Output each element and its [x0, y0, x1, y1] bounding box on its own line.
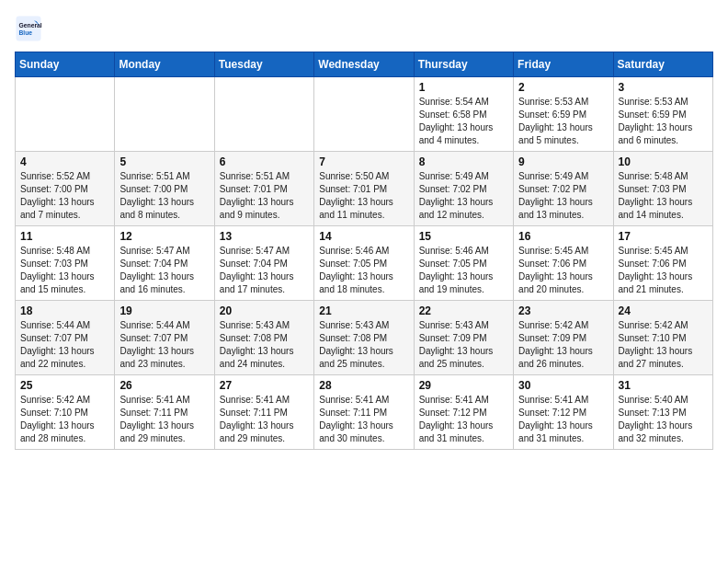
- day-number: 23: [518, 304, 608, 317]
- svg-text:General: General: [19, 22, 42, 29]
- calendar-day-cell: 10Sunrise: 5:48 AM Sunset: 7:03 PM Dayli…: [613, 152, 712, 226]
- day-number: 16: [518, 230, 608, 243]
- calendar-day-cell: 26Sunrise: 5:41 AM Sunset: 7:11 PM Dayli…: [115, 375, 214, 450]
- calendar-day-cell: 31Sunrise: 5:40 AM Sunset: 7:13 PM Dayli…: [613, 375, 712, 450]
- day-info: Sunrise: 5:42 AM Sunset: 7:09 PM Dayligh…: [518, 319, 608, 371]
- day-number: 15: [419, 230, 508, 243]
- day-number: 8: [419, 155, 508, 168]
- day-number: 6: [220, 155, 309, 168]
- svg-rect-0: [17, 17, 41, 41]
- day-number: 30: [518, 379, 608, 392]
- calendar-day-cell: 9Sunrise: 5:49 AM Sunset: 7:02 PM Daylig…: [514, 152, 613, 226]
- day-info: Sunrise: 5:48 AM Sunset: 7:03 PM Dayligh…: [20, 245, 109, 296]
- calendar-day-cell: 12Sunrise: 5:47 AM Sunset: 7:04 PM Dayli…: [115, 226, 214, 301]
- day-number: 25: [20, 379, 109, 392]
- calendar-day-cell: 6Sunrise: 5:51 AM Sunset: 7:01 PM Daylig…: [214, 152, 313, 226]
- calendar-day-cell: 23Sunrise: 5:42 AM Sunset: 7:09 PM Dayli…: [514, 301, 613, 375]
- day-number: 1: [419, 81, 508, 94]
- day-info: Sunrise: 5:43 AM Sunset: 7:09 PM Dayligh…: [419, 319, 508, 371]
- day-info: Sunrise: 5:46 AM Sunset: 7:05 PM Dayligh…: [419, 245, 508, 296]
- day-info: Sunrise: 5:52 AM Sunset: 7:00 PM Dayligh…: [20, 170, 109, 222]
- day-number: 4: [20, 155, 109, 168]
- calendar-day-cell: [16, 77, 115, 152]
- day-number: 12: [119, 230, 209, 243]
- calendar-day-cell: 18Sunrise: 5:44 AM Sunset: 7:07 PM Dayli…: [16, 301, 115, 375]
- calendar-day-cell: [214, 77, 313, 152]
- calendar-week-row: 25Sunrise: 5:42 AM Sunset: 7:10 PM Dayli…: [16, 375, 713, 450]
- calendar-day-header: Saturday: [613, 52, 712, 77]
- day-info: Sunrise: 5:42 AM Sunset: 7:10 PM Dayligh…: [20, 394, 109, 445]
- day-info: Sunrise: 5:50 AM Sunset: 7:01 PM Dayligh…: [319, 170, 408, 222]
- day-number: 27: [220, 379, 309, 392]
- day-number: 29: [419, 379, 508, 392]
- calendar-day-cell: 15Sunrise: 5:46 AM Sunset: 7:05 PM Dayli…: [414, 226, 513, 301]
- calendar-day-cell: 1Sunrise: 5:54 AM Sunset: 6:58 PM Daylig…: [414, 77, 513, 152]
- calendar-day-cell: 16Sunrise: 5:45 AM Sunset: 7:06 PM Dayli…: [514, 226, 613, 301]
- day-number: 10: [619, 155, 708, 168]
- day-number: 31: [619, 379, 708, 392]
- day-info: Sunrise: 5:51 AM Sunset: 7:00 PM Dayligh…: [119, 170, 209, 222]
- day-info: Sunrise: 5:44 AM Sunset: 7:07 PM Dayligh…: [20, 319, 109, 371]
- calendar-day-header: Thursday: [414, 52, 513, 77]
- calendar-day-cell: 2Sunrise: 5:53 AM Sunset: 6:59 PM Daylig…: [514, 77, 613, 152]
- day-info: Sunrise: 5:48 AM Sunset: 7:03 PM Dayligh…: [619, 170, 708, 222]
- calendar-day-header: Tuesday: [214, 52, 313, 77]
- calendar-day-cell: 19Sunrise: 5:44 AM Sunset: 7:07 PM Dayli…: [115, 301, 214, 375]
- calendar-day-cell: 7Sunrise: 5:50 AM Sunset: 7:01 PM Daylig…: [314, 152, 414, 226]
- day-info: Sunrise: 5:44 AM Sunset: 7:07 PM Dayligh…: [119, 319, 209, 371]
- calendar-body: 1Sunrise: 5:54 AM Sunset: 6:58 PM Daylig…: [16, 77, 713, 450]
- day-number: 5: [119, 155, 209, 168]
- calendar-day-cell: 29Sunrise: 5:41 AM Sunset: 7:12 PM Dayli…: [414, 375, 513, 450]
- day-info: Sunrise: 5:41 AM Sunset: 7:11 PM Dayligh…: [220, 394, 309, 445]
- day-number: 28: [319, 379, 408, 392]
- calendar-day-cell: 27Sunrise: 5:41 AM Sunset: 7:11 PM Dayli…: [214, 375, 313, 450]
- day-info: Sunrise: 5:45 AM Sunset: 7:06 PM Dayligh…: [518, 245, 608, 296]
- calendar-table: SundayMondayTuesdayWednesdayThursdayFrid…: [15, 52, 713, 450]
- day-info: Sunrise: 5:41 AM Sunset: 7:11 PM Dayligh…: [319, 394, 408, 445]
- day-info: Sunrise: 5:53 AM Sunset: 6:59 PM Dayligh…: [619, 96, 708, 147]
- day-info: Sunrise: 5:43 AM Sunset: 7:08 PM Dayligh…: [319, 319, 408, 371]
- calendar-week-row: 1Sunrise: 5:54 AM Sunset: 6:58 PM Daylig…: [16, 77, 713, 152]
- calendar-day-cell: 28Sunrise: 5:41 AM Sunset: 7:11 PM Dayli…: [314, 375, 414, 450]
- calendar-day-cell: 21Sunrise: 5:43 AM Sunset: 7:08 PM Dayli…: [314, 301, 414, 375]
- day-number: 18: [20, 304, 109, 317]
- logo-icon: General Blue: [15, 15, 42, 42]
- calendar-day-cell: 8Sunrise: 5:49 AM Sunset: 7:02 PM Daylig…: [414, 152, 513, 226]
- day-info: Sunrise: 5:47 AM Sunset: 7:04 PM Dayligh…: [220, 245, 309, 296]
- calendar-day-cell: 4Sunrise: 5:52 AM Sunset: 7:00 PM Daylig…: [16, 152, 115, 226]
- day-number: 14: [319, 230, 408, 243]
- day-number: 2: [518, 81, 608, 94]
- day-info: Sunrise: 5:41 AM Sunset: 7:12 PM Dayligh…: [419, 394, 508, 445]
- day-number: 13: [220, 230, 309, 243]
- day-info: Sunrise: 5:42 AM Sunset: 7:10 PM Dayligh…: [619, 319, 708, 371]
- page-header: General Blue: [15, 15, 713, 42]
- day-info: Sunrise: 5:54 AM Sunset: 6:58 PM Dayligh…: [419, 96, 508, 147]
- day-number: 21: [319, 304, 408, 317]
- day-info: Sunrise: 5:40 AM Sunset: 7:13 PM Dayligh…: [619, 394, 708, 445]
- calendar-day-header: Friday: [514, 52, 613, 77]
- calendar-header-row: SundayMondayTuesdayWednesdayThursdayFrid…: [16, 52, 713, 77]
- day-info: Sunrise: 5:41 AM Sunset: 7:12 PM Dayligh…: [518, 394, 608, 445]
- day-info: Sunrise: 5:43 AM Sunset: 7:08 PM Dayligh…: [220, 319, 309, 371]
- day-info: Sunrise: 5:53 AM Sunset: 6:59 PM Dayligh…: [518, 96, 608, 147]
- day-number: 11: [20, 230, 109, 243]
- day-info: Sunrise: 5:41 AM Sunset: 7:11 PM Dayligh…: [119, 394, 209, 445]
- calendar-day-cell: [115, 77, 214, 152]
- calendar-day-header: Sunday: [16, 52, 115, 77]
- calendar-week-row: 4Sunrise: 5:52 AM Sunset: 7:00 PM Daylig…: [16, 152, 713, 226]
- day-number: 26: [119, 379, 209, 392]
- calendar-day-cell: 24Sunrise: 5:42 AM Sunset: 7:10 PM Dayli…: [613, 301, 712, 375]
- calendar-day-cell: 17Sunrise: 5:45 AM Sunset: 7:06 PM Dayli…: [613, 226, 712, 301]
- calendar-day-cell: 11Sunrise: 5:48 AM Sunset: 7:03 PM Dayli…: [16, 226, 115, 301]
- calendar-day-cell: 30Sunrise: 5:41 AM Sunset: 7:12 PM Dayli…: [514, 375, 613, 450]
- day-number: 20: [220, 304, 309, 317]
- day-number: 17: [619, 230, 708, 243]
- logo: General Blue: [15, 15, 46, 42]
- calendar-day-cell: 13Sunrise: 5:47 AM Sunset: 7:04 PM Dayli…: [214, 226, 313, 301]
- calendar-day-cell: 20Sunrise: 5:43 AM Sunset: 7:08 PM Dayli…: [214, 301, 313, 375]
- calendar-day-cell: 3Sunrise: 5:53 AM Sunset: 6:59 PM Daylig…: [613, 77, 712, 152]
- day-info: Sunrise: 5:51 AM Sunset: 7:01 PM Dayligh…: [220, 170, 309, 222]
- day-number: 3: [619, 81, 708, 94]
- day-info: Sunrise: 5:49 AM Sunset: 7:02 PM Dayligh…: [518, 170, 608, 222]
- day-number: 7: [319, 155, 408, 168]
